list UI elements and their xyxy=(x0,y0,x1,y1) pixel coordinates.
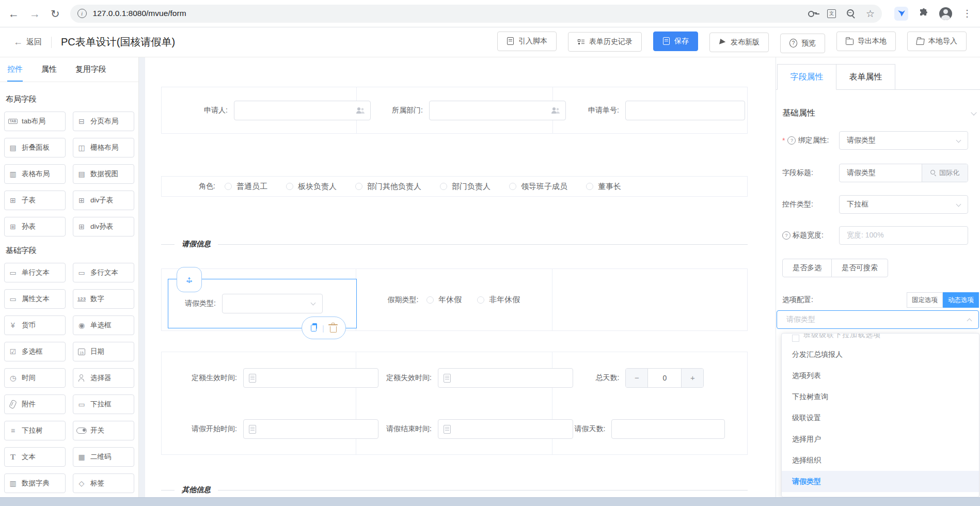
role-option[interactable]: 部门负责人 xyxy=(440,182,491,192)
searchable-toggle-button[interactable]: 是否可搜索 xyxy=(831,259,888,277)
widget-item-dataview[interactable]: ▤数据视图 xyxy=(73,164,134,184)
widget-item-textarea[interactable]: ▭多行文本 xyxy=(73,263,134,282)
browser-reload-icon[interactable]: ↻ xyxy=(51,8,60,19)
form-history-button[interactable]: 表单历史记录 xyxy=(568,32,642,52)
widget-item-subtable[interactable]: ⊞div子表 xyxy=(73,191,134,210)
bookmark-star-icon[interactable]: ☆ xyxy=(866,9,875,19)
browser-extension-bird-icon[interactable] xyxy=(894,7,908,21)
field-department[interactable]: 所属部门: xyxy=(357,87,553,133)
widget-item-text[interactable]: T文本 xyxy=(4,447,66,467)
widget-item-subtable[interactable]: ⊞孙表 xyxy=(4,217,66,236)
address-bar[interactable]: i 127.0.0.1:8080/mvue/form 文 ☆ xyxy=(70,5,882,23)
save-button[interactable]: 保存 xyxy=(653,31,698,51)
back-button[interactable]: ← 返回 xyxy=(13,37,42,48)
widget-item-grid[interactable]: ◫栅格布局 xyxy=(73,138,134,157)
widget-item-book[interactable]: ▥数据字典 xyxy=(4,473,66,493)
widget-item-subtable[interactable]: ⊞子表 xyxy=(4,191,66,210)
dropdown-item[interactable]: 选择组织 xyxy=(782,450,979,471)
role-option[interactable]: 板块负责人 xyxy=(286,182,337,192)
password-key-icon[interactable] xyxy=(808,9,817,18)
widget-item-switch[interactable]: 开关 xyxy=(73,421,134,440)
import-script-button[interactable]: 引入脚本 xyxy=(497,31,557,51)
browser-forward-icon[interactable]: → xyxy=(29,8,40,19)
stepper-value[interactable]: 0 xyxy=(647,369,682,387)
role-option[interactable]: 董事长 xyxy=(586,182,621,192)
extensions-puzzle-icon[interactable] xyxy=(919,8,929,19)
widget-item-collapse[interactable]: ▤折叠面板 xyxy=(4,138,66,157)
stepper-plus-button[interactable]: + xyxy=(682,369,703,387)
title-width-input[interactable]: 宽度: 100% xyxy=(839,226,968,245)
multi-select-toggle-button[interactable]: 是否多选 xyxy=(782,259,832,277)
dropdown-item[interactable]: 选项列表 xyxy=(782,365,979,386)
dropdown-item[interactable]: 选择用户 xyxy=(782,429,979,450)
field-quota-start[interactable]: 定额生效时间: xyxy=(162,352,356,403)
widget-item-time[interactable]: ◷时间 xyxy=(4,368,66,388)
move-handle[interactable] xyxy=(177,267,202,292)
dynamic-options-button[interactable]: 动态选项 xyxy=(943,292,979,308)
bind-attribute-select[interactable]: 请假类型 xyxy=(839,131,968,150)
department-input[interactable] xyxy=(429,101,566,120)
total-days-stepper[interactable]: − 0 + xyxy=(625,368,704,388)
dropdown-item[interactable]: 分发汇总填报人 xyxy=(782,344,979,365)
panel-tab-字段属性[interactable]: 字段属性 xyxy=(777,64,836,90)
control-type-select[interactable]: 下拉框 xyxy=(839,195,968,214)
leave-start-input[interactable] xyxy=(243,419,378,439)
quota-start-input[interactable] xyxy=(243,368,378,388)
browser-menu-icon[interactable]: ⋮ xyxy=(962,8,972,19)
fixed-options-button[interactable]: 固定选项 xyxy=(907,292,943,308)
role-option[interactable]: 部门其他负责人 xyxy=(355,182,421,192)
dropdown-item-partial[interactable]: 班级级联下拉加载选项 xyxy=(782,334,979,344)
leave-end-input[interactable] xyxy=(438,419,573,439)
field-request-no[interactable]: 申请单号: xyxy=(553,87,747,133)
taskbar[interactable] xyxy=(0,497,980,506)
leave-days-input[interactable] xyxy=(611,419,725,439)
sidebar-tab-控件[interactable]: 控件 xyxy=(7,57,23,82)
copy-widget-icon[interactable] xyxy=(311,325,317,331)
field-leave-days[interactable]: 请假天数: xyxy=(552,403,747,454)
widget-item-tree[interactable]: ≡下拉树 xyxy=(4,421,66,440)
section-basic-props[interactable]: 基础属性 xyxy=(782,108,976,119)
widget-item-subtable[interactable]: ⊞div孙表 xyxy=(73,217,134,236)
request-no-input[interactable] xyxy=(625,101,745,120)
panel-tab-表单属性[interactable]: 表单属性 xyxy=(836,64,895,89)
browser-back-icon[interactable]: ← xyxy=(8,8,19,19)
browser-profile-avatar[interactable] xyxy=(939,7,952,20)
applicant-input[interactable] xyxy=(234,101,371,120)
widget-item-currency[interactable]: ¥货币 xyxy=(4,315,66,335)
role-option[interactable]: 领导班子成员 xyxy=(509,182,567,192)
widget-item-paperclip[interactable]: 附件 xyxy=(4,394,66,414)
widget-item-table[interactable]: ▥表格布局 xyxy=(4,164,66,184)
holiday-option[interactable]: 非年休假 xyxy=(477,295,520,305)
dropdown-item[interactable]: 请假类型 xyxy=(782,471,979,492)
selected-widget-leave-type[interactable]: 请假类型: | xyxy=(168,279,357,328)
export-local-button[interactable]: 导出本地 xyxy=(836,31,896,51)
field-leave-end[interactable]: 请假结束时间: xyxy=(356,403,552,454)
field-quota-end[interactable]: 定额失效时间: xyxy=(356,352,552,403)
i18n-button[interactable]: 国际化 xyxy=(922,164,968,182)
field-title-input[interactable]: 请假类型 xyxy=(840,164,922,182)
role-option[interactable]: 普通员工 xyxy=(225,182,267,192)
field-leave-start[interactable]: 请假开始时间: xyxy=(162,403,356,454)
url-text[interactable]: 127.0.0.1:8080/mvue/form xyxy=(93,9,801,18)
widget-item-select[interactable]: ▭下拉框 xyxy=(73,394,134,414)
widget-item-number[interactable]: 123数字 xyxy=(73,289,134,309)
widget-item-date[interactable]: 15日期 xyxy=(73,342,134,361)
form-canvas[interactable]: 申请人: 所属部门: 申请单号: 角色: 普通员工板块负责人部门其他负责人部门负… xyxy=(139,57,776,506)
dropdown-item[interactable]: 下拉树查询 xyxy=(782,386,979,407)
field-applicant[interactable]: 申请人: xyxy=(162,87,357,133)
sidebar-tab-复用字段[interactable]: 复用字段 xyxy=(75,57,106,82)
help-icon[interactable]: ? xyxy=(787,136,796,145)
widget-item-radio[interactable]: ◉单选框 xyxy=(73,315,134,335)
dynamic-option-select[interactable]: 请假类型 xyxy=(777,310,979,329)
holiday-option[interactable]: 年休假 xyxy=(426,295,462,305)
holiday-type-cell[interactable]: 假期类型: 年休假非年休假 xyxy=(356,269,552,330)
widget-item-tag[interactable]: ◇标签 xyxy=(73,473,134,493)
help-icon[interactable]: ? xyxy=(782,231,791,240)
stepper-minus-button[interactable]: − xyxy=(626,369,647,387)
translate-icon[interactable]: 文 xyxy=(827,9,836,18)
widget-item-person[interactable]: 选择器 xyxy=(73,368,134,388)
widget-item-tab[interactable]: TABtab布局 xyxy=(4,112,66,131)
quota-end-input[interactable] xyxy=(438,368,573,388)
delete-widget-icon[interactable] xyxy=(330,326,337,333)
zoom-out-icon[interactable] xyxy=(846,9,856,18)
